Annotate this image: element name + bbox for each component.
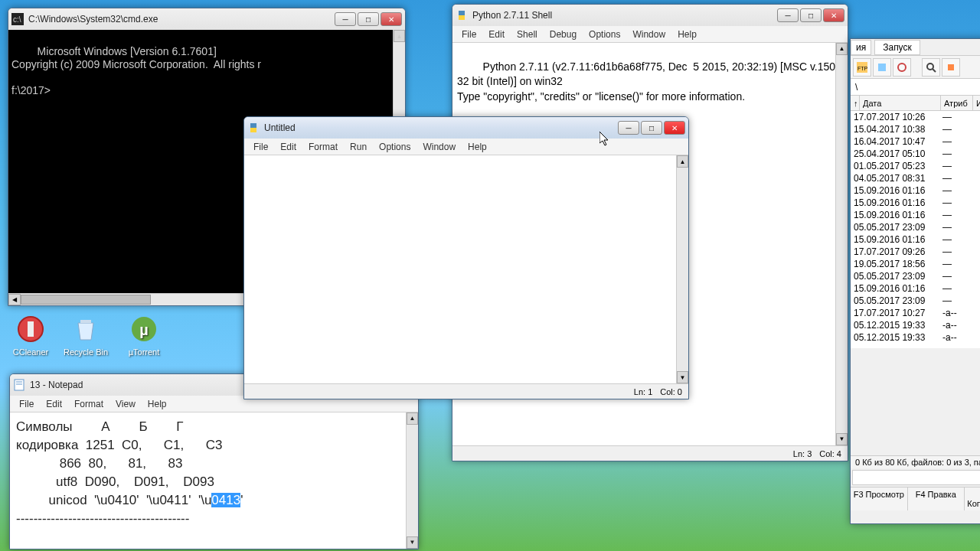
- text-line: ----------------------------------------: [16, 511, 189, 526]
- table-row[interactable]: 19.05.2017 18:56—: [851, 258, 980, 270]
- table-row[interactable]: 16.04.2017 10:47—: [851, 135, 980, 148]
- menu-format[interactable]: Format: [68, 397, 109, 411]
- maximize-button[interactable]: □: [641, 121, 662, 135]
- scroll-down-icon[interactable]: ▼: [407, 536, 418, 549]
- col-name[interactable]: Им: [973, 96, 980, 110]
- toolbar-icon[interactable]: [893, 58, 911, 77]
- svg-point-11: [927, 64, 933, 70]
- table-row[interactable]: 17.07.2017 10:26—: [851, 111, 980, 123]
- menu-options[interactable]: Options: [583, 28, 626, 41]
- scroll-down-icon[interactable]: ▼: [836, 433, 848, 445]
- status-col: Col: 0: [660, 387, 682, 396]
- cmd-titlebar[interactable]: c:\ C:\Windows\System32\cmd.exe ─ □ ✕: [8, 8, 405, 30]
- minimize-button[interactable]: ─: [335, 12, 356, 26]
- table-row[interactable]: 15.04.2017 10:38—: [851, 123, 980, 135]
- table-row[interactable]: 01.05.2017 05:23—: [851, 160, 980, 172]
- scrollbar-vertical[interactable]: ▲ ▼: [406, 412, 418, 549]
- close-button[interactable]: ✕: [664, 121, 685, 135]
- recyclebin-icon: [70, 314, 101, 344]
- table-row[interactable]: 15.09.2016 01:16—: [851, 282, 980, 295]
- col-date[interactable]: Дата: [860, 96, 941, 110]
- python-icon: [456, 9, 468, 21]
- menu-file[interactable]: File: [456, 28, 482, 41]
- sort-arrow-icon[interactable]: ↑: [851, 96, 860, 110]
- menu-debug[interactable]: Debug: [544, 28, 583, 41]
- notepad-icon: [13, 379, 25, 391]
- text-line: utf8 D090, D091, D093: [16, 474, 214, 489]
- cmd-icon: c:\: [11, 13, 24, 25]
- close-button[interactable]: ✕: [381, 12, 402, 26]
- menu-help[interactable]: Help: [671, 28, 703, 41]
- table-row[interactable]: 15.09.2016 01:16—: [851, 197, 980, 209]
- toolbar-icon[interactable]: [942, 58, 960, 77]
- scroll-thumb[interactable]: [21, 295, 151, 305]
- menu-run[interactable]: Run: [344, 140, 373, 154]
- table-row[interactable]: 05.05.2017 23:09—: [851, 270, 980, 282]
- python-icon: [247, 122, 260, 134]
- col-attr[interactable]: Атриб: [941, 96, 973, 110]
- table-row[interactable]: 15.09.2016 01:16—: [851, 209, 980, 221]
- fkey-f3[interactable]: F3 Просмотр: [851, 487, 908, 510]
- svg-line-12: [933, 69, 936, 72]
- minimize-button[interactable]: ─: [618, 121, 639, 135]
- table-row[interactable]: 17.07.2017 09:26—: [851, 246, 980, 258]
- ftp-icon[interactable]: FTP: [853, 58, 871, 77]
- menu-edit[interactable]: Edit: [40, 397, 68, 411]
- desktop-icon-ccleaner[interactable]: CCleaner: [8, 314, 54, 357]
- pyshell-titlebar[interactable]: Python 2.7.11 Shell ─ □ ✕: [452, 5, 848, 26]
- text-line: ': [240, 493, 243, 507]
- fkey-f4[interactable]: F4 Правка: [908, 487, 965, 510]
- svg-text:c:\: c:\: [13, 15, 21, 24]
- desktop-icon-utorrent[interactable]: µ µTorrent: [121, 314, 167, 357]
- fm-columns: ↑ Дата Атриб Им: [851, 96, 980, 111]
- fm-path-bar[interactable]: \ ▾ ..: [851, 79, 980, 96]
- notepad-body[interactable]: Символы А Б Г кодировка 1251 C0, C1, C3 …: [10, 412, 418, 549]
- menu-edit[interactable]: Edit: [482, 28, 511, 41]
- menu-help[interactable]: Help: [142, 397, 173, 411]
- table-row[interactable]: 05.12.2015 19:33-a--: [851, 319, 980, 331]
- scroll-up-icon[interactable]: ▲: [394, 30, 405, 42]
- table-row[interactable]: 25.04.2017 05:10—: [851, 148, 980, 160]
- idle-titlebar[interactable]: Untitled ─ □ ✕: [244, 117, 688, 139]
- desktop-icon-recyclebin[interactable]: Recycle Bin: [63, 314, 109, 357]
- status-line: Ln: 1: [634, 387, 652, 396]
- menu-help[interactable]: Help: [462, 140, 493, 154]
- table-row[interactable]: 05.12.2015 19:33-a--: [851, 331, 980, 344]
- fm-tab-partial[interactable]: ия: [851, 40, 871, 55]
- idle-status: Ln: 1 Col: 0: [244, 383, 688, 399]
- scroll-up-icon[interactable]: ▲: [407, 412, 418, 425]
- search-icon[interactable]: [922, 58, 940, 77]
- fm-current-path[interactable]: f:\2017>: [852, 470, 980, 485]
- scroll-down-icon[interactable]: ▼: [677, 371, 688, 383]
- menu-file[interactable]: File: [247, 140, 274, 154]
- maximize-button[interactable]: □: [358, 12, 379, 26]
- minimize-button[interactable]: ─: [777, 8, 799, 22]
- fm-list[interactable]: 17.07.2017 10:26—15.04.2017 10:38—16.04.…: [851, 111, 980, 348]
- menu-options[interactable]: Options: [373, 140, 416, 154]
- menu-edit[interactable]: Edit: [274, 140, 302, 154]
- menu-format[interactable]: Format: [302, 140, 344, 154]
- idle-body[interactable]: ▲ ▼: [244, 155, 688, 383]
- table-row[interactable]: 17.07.2017 10:27-a--: [851, 307, 980, 319]
- scroll-left-icon[interactable]: ◀: [8, 294, 21, 305]
- status-col: Col: 4: [819, 449, 841, 458]
- menu-file[interactable]: File: [13, 397, 40, 411]
- menu-shell[interactable]: Shell: [511, 28, 544, 41]
- menu-window[interactable]: Window: [416, 140, 462, 154]
- scroll-up-icon[interactable]: ▲: [836, 43, 848, 55]
- table-row[interactable]: 04.05.2017 08:31—: [851, 172, 980, 184]
- menu-view[interactable]: View: [109, 397, 142, 411]
- menu-window[interactable]: Window: [626, 28, 671, 41]
- fm-tab-zapusk[interactable]: Запуск: [874, 40, 920, 55]
- fkey-f5[interactable]: F5 Копирование: [965, 487, 980, 510]
- table-row[interactable]: 05.05.2017 23:09—: [851, 295, 980, 307]
- scrollbar-vertical[interactable]: ▲ ▼: [676, 155, 688, 383]
- scrollbar-vertical[interactable]: ▲ ▼: [835, 43, 848, 445]
- close-button[interactable]: ✕: [823, 8, 844, 22]
- toolbar-icon[interactable]: [873, 58, 891, 77]
- table-row[interactable]: 15.09.2016 01:16—: [851, 184, 980, 197]
- scroll-up-icon[interactable]: ▲: [677, 155, 688, 168]
- maximize-button[interactable]: □: [800, 8, 822, 22]
- table-row[interactable]: 15.09.2016 01:16—: [851, 233, 980, 246]
- table-row[interactable]: 05.05.2017 23:09—: [851, 221, 980, 233]
